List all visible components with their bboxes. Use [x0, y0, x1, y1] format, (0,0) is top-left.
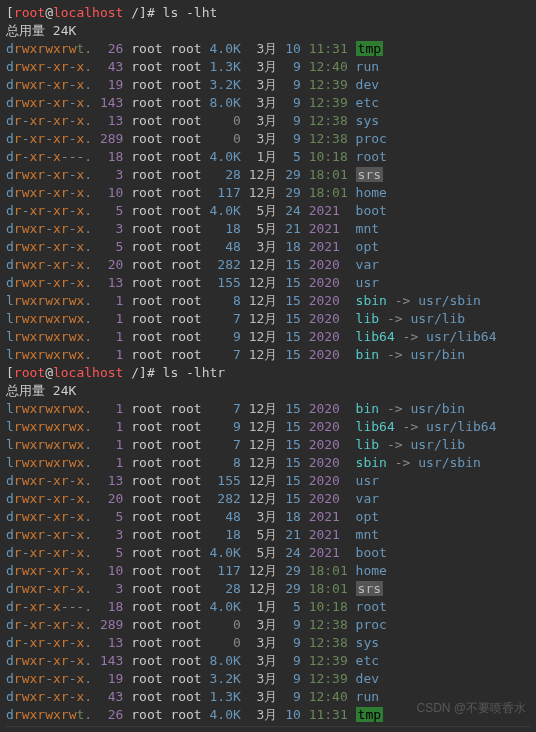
size: 0	[210, 113, 241, 128]
size: 4.0K	[210, 41, 241, 56]
nlink: 1	[100, 311, 123, 326]
prompt-path: /	[123, 365, 139, 380]
size: 18	[210, 221, 241, 236]
time: 2020	[309, 275, 348, 290]
nlink: 43	[100, 689, 123, 704]
nlink: 26	[100, 41, 123, 56]
command-input[interactable]: ls -lhtr	[163, 365, 226, 380]
file-name: home	[356, 185, 387, 200]
time: 12:39	[309, 95, 348, 110]
day: 9	[285, 617, 301, 632]
group: root	[170, 563, 201, 578]
file-name: home	[356, 563, 387, 578]
perm: lrwxrwxrwx.	[6, 293, 92, 308]
prompt-line[interactable]: [root@localhost /]# ls -lht	[6, 4, 530, 22]
month: 3月	[249, 689, 278, 704]
size: 8.0K	[210, 95, 241, 110]
day: 9	[285, 77, 301, 92]
owner: root	[131, 311, 162, 326]
ls-row: lrwxrwxrwx. 1 root root 7 12月 15 2020 bi…	[6, 346, 530, 364]
file-name: dev	[356, 671, 379, 686]
size: 7	[210, 347, 241, 362]
perm: drwxr-xr-x.	[6, 563, 92, 578]
day: 10	[285, 41, 301, 56]
time: 18:01	[309, 185, 348, 200]
time: 2021	[309, 545, 348, 560]
file-name: srs	[356, 581, 383, 596]
owner: root	[131, 455, 162, 470]
day: 15	[285, 401, 301, 416]
perm: dr-xr-xr-x.	[6, 131, 92, 146]
owner: root	[131, 203, 162, 218]
prompt-line[interactable]: [root@localhost /]# ls -lhtr	[6, 364, 530, 382]
ls-row: dr-xr-xr-x. 13 root root 0 3月 9 12:38 sy…	[6, 112, 530, 130]
day: 5	[285, 599, 301, 614]
owner: root	[131, 707, 162, 722]
day: 9	[285, 671, 301, 686]
link-target: usr/sbin	[418, 293, 481, 308]
link-target: usr/lib	[410, 311, 465, 326]
ls-row: drwxr-xr-x. 10 root root 117 12月 29 18:0…	[6, 562, 530, 580]
nlink: 1	[100, 347, 123, 362]
ls-row: drwxr-xr-x. 19 root root 3.2K 3月 9 12:39…	[6, 76, 530, 94]
size: 155	[210, 275, 241, 290]
group: root	[170, 527, 201, 542]
ls-row: lrwxrwxrwx. 1 root root 8 12月 15 2020 sb…	[6, 454, 530, 472]
group: root	[170, 185, 201, 200]
owner: root	[131, 653, 162, 668]
owner: root	[131, 473, 162, 488]
perm: dr-xr-x---.	[6, 149, 92, 164]
month: 3月	[249, 671, 278, 686]
time: 12:38	[309, 635, 348, 650]
group: root	[170, 437, 201, 452]
owner: root	[131, 599, 162, 614]
nlink: 1	[100, 455, 123, 470]
group: root	[170, 41, 201, 56]
time: 12:40	[309, 689, 348, 704]
group: root	[170, 59, 201, 74]
day: 15	[285, 347, 301, 362]
file-name: run	[356, 689, 379, 704]
command-input[interactable]: ls -lht	[163, 5, 218, 20]
group: root	[170, 95, 201, 110]
file-name: lib	[356, 437, 379, 452]
perm: drwxr-xr-x.	[6, 473, 92, 488]
size: 4.0K	[210, 707, 241, 722]
file-name: srs	[356, 167, 383, 182]
time: 11:31	[309, 41, 348, 56]
month: 3月	[249, 653, 278, 668]
day: 18	[285, 509, 301, 524]
time: 12:39	[309, 671, 348, 686]
ls-row: dr-xr-xr-x. 289 root root 0 3月 9 12:38 p…	[6, 616, 530, 634]
group: root	[170, 581, 201, 596]
size: 117	[210, 185, 241, 200]
owner: root	[131, 131, 162, 146]
month: 5月	[249, 203, 278, 218]
month: 12月	[249, 437, 278, 452]
ls-row: drwxr-xr-x. 5 root root 48 3月 18 2021 op…	[6, 238, 530, 256]
perm: dr-xr-xr-x.	[6, 635, 92, 650]
ls-row: drwxrwxrwt. 26 root root 4.0K 3月 10 11:3…	[6, 706, 530, 724]
ls-row: dr-xr-x---. 18 root root 4.0K 1月 5 10:18…	[6, 148, 530, 166]
owner: root	[131, 581, 162, 596]
day: 9	[285, 689, 301, 704]
ls-row: dr-xr-x---. 18 root root 4.0K 1月 5 10:18…	[6, 598, 530, 616]
month: 3月	[249, 59, 278, 74]
day: 9	[285, 113, 301, 128]
ls-row: drwxr-xr-x. 3 root root 18 5月 21 2021 mn…	[6, 220, 530, 238]
size: 3.2K	[210, 77, 241, 92]
divider	[6, 726, 530, 727]
prompt-path: /	[123, 5, 139, 20]
terminal-output[interactable]: [root@localhost /]# ls -lht总用量 24Kdrwxrw…	[0, 0, 536, 732]
nlink: 5	[100, 509, 123, 524]
owner: root	[131, 671, 162, 686]
day: 15	[285, 419, 301, 434]
time: 2020	[309, 329, 348, 344]
file-name: etc	[356, 95, 379, 110]
group: root	[170, 203, 201, 218]
nlink: 5	[100, 545, 123, 560]
link-target: usr/lib	[410, 437, 465, 452]
perm: drwxr-xr-x.	[6, 95, 92, 110]
day: 5	[285, 149, 301, 164]
perm: dr-xr-xr-x.	[6, 545, 92, 560]
